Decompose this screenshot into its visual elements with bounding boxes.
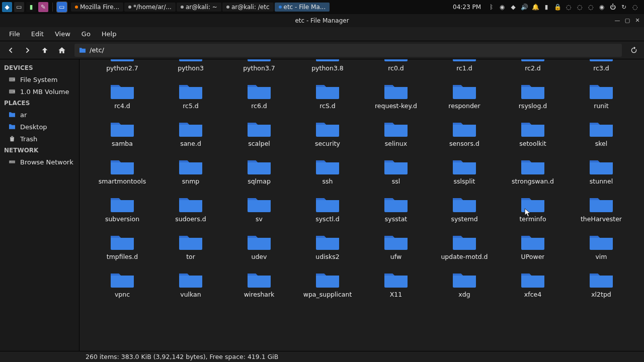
folder-strongswan-d[interactable]: strongswan.d: [500, 154, 566, 189]
folder-stunnel[interactable]: stunnel: [569, 154, 634, 189]
taskbar-task[interactable]: ar@kali: /etc: [222, 3, 274, 12]
folder-ssl[interactable]: ssl: [363, 154, 429, 189]
folder-python3-8[interactable]: python3.8: [295, 59, 360, 76]
folder-selinux[interactable]: selinux: [363, 117, 429, 151]
taskbar-task[interactable]: ar@kali: ~: [177, 3, 221, 12]
folder-sysstat[interactable]: sysstat: [363, 192, 429, 227]
folder-python2-7[interactable]: python2.7: [90, 59, 155, 76]
folder-update-motd-d[interactable]: update-motd.d: [432, 230, 497, 264]
folder-tor[interactable]: tor: [158, 230, 223, 264]
reload-button[interactable]: [627, 43, 641, 57]
folder-smartmontools[interactable]: smartmontools: [90, 154, 155, 189]
window-titlebar[interactable]: etc - File Manager — ▢ ✕: [0, 14, 644, 27]
folder-rsyslog-d[interactable]: rsyslog.d: [500, 79, 566, 114]
folder-ssh[interactable]: ssh: [295, 154, 360, 189]
tray-icon-1[interactable]: ◌: [565, 3, 573, 11]
folder-sensors-d[interactable]: sensors.d: [432, 117, 497, 151]
tray-icon-3[interactable]: ◌: [587, 3, 595, 11]
sidebar-item-desktop[interactable]: Desktop: [0, 121, 79, 133]
folder-setoolkit[interactable]: setoolkit: [500, 117, 566, 151]
folder-ufw[interactable]: ufw: [363, 230, 429, 264]
folder-xfce4[interactable]: xfce4: [500, 267, 566, 302]
folder-wpa_supplicant[interactable]: wpa_supplicant: [295, 267, 360, 302]
maximize-button[interactable]: ▢: [623, 16, 632, 24]
kali-menu-icon[interactable]: ◆: [2, 2, 12, 12]
folder-security[interactable]: security: [295, 117, 360, 151]
folder-skel[interactable]: skel: [569, 117, 634, 151]
home-button[interactable]: [54, 43, 69, 57]
folder-rc4-d[interactable]: rc4.d: [90, 79, 155, 114]
content-pane[interactable]: python2.7python3python3.7python3.8rc0.dr…: [79, 59, 644, 351]
folder-xl2tpd[interactable]: xl2tpd: [569, 267, 634, 302]
folder-sysctl-d[interactable]: sysctl.d: [295, 192, 360, 227]
folder-tmpfiles-d[interactable]: tmpfiles.d: [90, 230, 155, 264]
forward-button[interactable]: [20, 43, 35, 57]
taskbar-task[interactable]: etc - File Ma...: [275, 3, 330, 12]
folder-runit[interactable]: runit: [569, 79, 634, 114]
battery-icon[interactable]: ▮: [542, 3, 550, 11]
editor-launcher-icon[interactable]: ✎: [38, 2, 48, 12]
path-bar[interactable]: /etc/: [74, 44, 622, 57]
sidebar-item-browse-network[interactable]: Browse Network: [0, 156, 79, 168]
refresh-tray-icon[interactable]: ↻: [620, 3, 628, 11]
folder-xdg[interactable]: xdg: [432, 267, 497, 302]
folder-rc1-d[interactable]: rc1.d: [432, 59, 497, 76]
sidebar-item-file-system[interactable]: File System: [0, 73, 79, 85]
folder-UPower[interactable]: UPower: [500, 230, 566, 264]
folder-X11[interactable]: X11: [363, 267, 429, 302]
folder-rc6-d[interactable]: rc6.d: [226, 79, 292, 114]
folder-samba[interactable]: samba: [90, 117, 155, 151]
folder-udisks2[interactable]: udisks2: [295, 230, 360, 264]
folder-rc2-d[interactable]: rc2.d: [500, 59, 566, 76]
minimize-button[interactable]: —: [613, 16, 622, 24]
folder-vpnc[interactable]: vpnc: [90, 267, 155, 302]
terminal-launcher-icon[interactable]: ▮: [26, 2, 36, 12]
tray-icon-4[interactable]: ◉: [598, 3, 606, 11]
power-icon[interactable]: ⏻: [609, 3, 617, 11]
folder-python3[interactable]: python3: [158, 59, 223, 76]
folder-vulkan[interactable]: vulkan: [158, 267, 223, 302]
back-button[interactable]: [3, 43, 18, 57]
volume-icon[interactable]: 🔊: [520, 3, 528, 11]
folder-snmp[interactable]: snmp: [158, 154, 223, 189]
bluetooth-icon[interactable]: ᛒ: [487, 3, 495, 11]
folder-sv[interactable]: sv: [226, 192, 292, 227]
folder-udev[interactable]: udev: [226, 230, 292, 264]
menu-edit[interactable]: Edit: [26, 28, 49, 40]
sidebar-item-trash[interactable]: Trash: [0, 133, 79, 145]
menu-go[interactable]: Go: [76, 28, 96, 40]
tray-icon-5[interactable]: ◌: [631, 3, 639, 11]
folder-subversion[interactable]: subversion: [90, 192, 155, 227]
taskbar-clock[interactable]: 04:23 PM: [450, 4, 484, 11]
taskbar-task[interactable]: Mozilla Fire...: [71, 3, 123, 12]
taskbar-task[interactable]: */home/ar/...: [124, 3, 176, 12]
folder-sudoers-d[interactable]: sudoers.d: [158, 192, 223, 227]
folder-rcS-d[interactable]: rcS.d: [295, 79, 360, 114]
menu-help[interactable]: Help: [97, 28, 122, 40]
folder-rc5-d[interactable]: rc5.d: [158, 79, 223, 114]
lock-icon[interactable]: 🔒: [553, 3, 561, 11]
sidebar-item-1.0-mb-volume[interactable]: 1.0 MB Volume: [0, 85, 79, 98]
files-launcher-icon[interactable]: ▭: [14, 2, 24, 12]
notification-icon[interactable]: 🔔: [531, 3, 539, 11]
folder-responder[interactable]: responder: [432, 79, 497, 114]
camera-icon[interactable]: ◉: [498, 3, 506, 11]
menu-file[interactable]: File: [4, 28, 25, 40]
folder-vim[interactable]: vim: [569, 230, 634, 264]
folder-sslsplit[interactable]: sslsplit: [432, 154, 497, 189]
folder-rc0-d[interactable]: rc0.d: [363, 59, 429, 76]
folder-wireshark[interactable]: wireshark: [226, 267, 292, 302]
folder-python3-7[interactable]: python3.7: [226, 59, 292, 76]
folder-rc3-d[interactable]: rc3.d: [569, 59, 634, 76]
folder-theHarvester[interactable]: theHarvester: [569, 192, 634, 227]
tray-icon-2[interactable]: ◌: [576, 3, 584, 11]
location-icon[interactable]: ◆: [509, 3, 517, 11]
active-window-icon[interactable]: ▭: [57, 2, 67, 12]
menu-view[interactable]: View: [50, 28, 75, 40]
folder-sqlmap[interactable]: sqlmap: [226, 154, 292, 189]
sidebar-item-ar[interactable]: ar: [0, 109, 79, 121]
folder-terminfo[interactable]: terminfo: [500, 192, 566, 227]
folder-scalpel[interactable]: scalpel: [226, 117, 292, 151]
folder-request-key-d[interactable]: request-key.d: [363, 79, 429, 114]
folder-sane-d[interactable]: sane.d: [158, 117, 223, 151]
